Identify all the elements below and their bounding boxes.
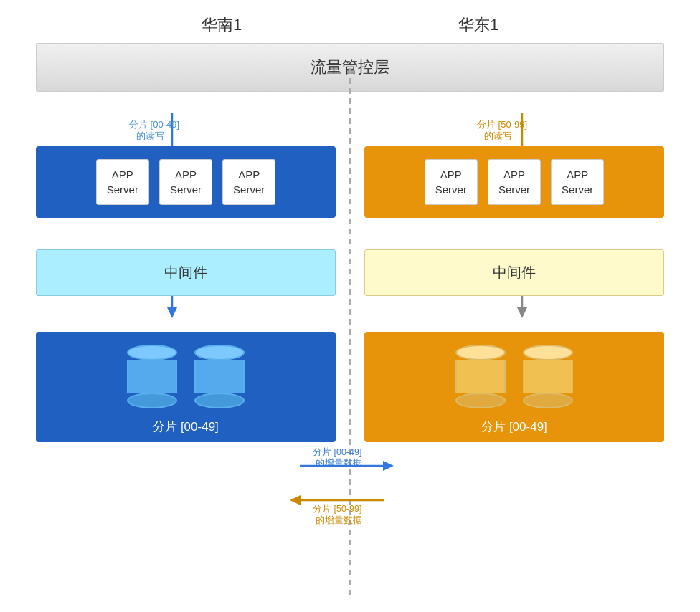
svg-text:分片 [50-99]: 分片 [50-99] [313,504,361,514]
left-region-label: 华南1 [202,14,242,36]
svg-marker-18 [383,461,394,471]
left-app-server-1: APP Server [96,159,149,205]
svg-text:分片 [00-49]: 分片 [00-49] [313,447,361,457]
left-middleware: 中间件 [36,249,336,296]
right-app-server-1: APP Server [425,159,478,205]
left-app-server-2: APP Server [159,159,212,205]
right-cylinders [455,345,573,408]
right-cylinder-1 [455,345,506,408]
right-region: APP Server APP Server APP Server 中间件 [350,99,678,442]
svg-text:的增量数据: 的增量数据 [316,515,362,525]
right-shard-label: 分片 [00-49] [481,419,547,435]
right-shard-box: 分片 [00-49] [364,332,664,442]
right-region-label: 华东1 [458,14,498,36]
flow-control-layer: 流量管控层 [36,43,664,92]
left-cylinder-1 [127,345,177,408]
right-app-server-3: APP Server [551,159,604,205]
left-shard-label: 分片 [00-49] [153,419,219,435]
svg-marker-22 [290,495,301,505]
left-app-server-3: APP Server [222,159,275,205]
right-app-server-2: APP Server [488,159,541,205]
left-region: APP Server APP Server APP Server 中间件 [22,99,350,442]
right-middleware: 中间件 [364,249,664,296]
left-cylinder-2 [194,345,245,408]
left-cylinders [127,345,245,408]
left-shard-box: 分片 [00-49] [36,332,336,442]
main-split: APP Server APP Server APP Server 中间件 [22,99,678,442]
left-app-cluster: APP Server APP Server APP Server [36,146,336,218]
svg-text:的增量数据: 的增量数据 [316,458,362,468]
region-labels: 华南1 华东1 [22,14,678,36]
right-cylinder-2 [523,345,573,408]
right-app-cluster: APP Server APP Server APP Server [364,146,664,218]
diagram-container: 华南1 华东1 流量管控层 分片 [00-49] 的读写 分片 [50-99] … [0,0,700,612]
